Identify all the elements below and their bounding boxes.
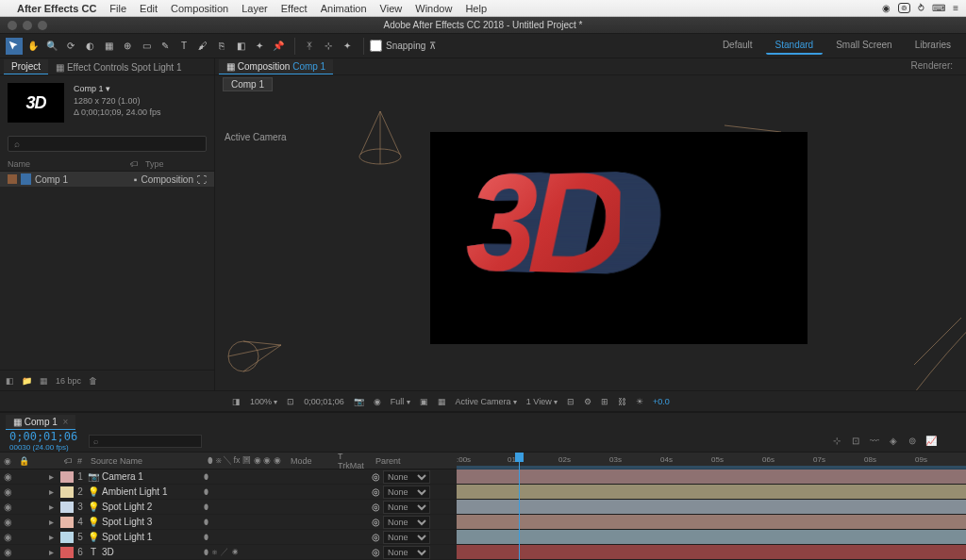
tab-composition[interactable]: ▦ Composition Comp 1	[219, 59, 333, 74]
reset-exposure-icon[interactable]: ☀	[636, 397, 643, 406]
parent-dropdown[interactable]: None	[383, 546, 430, 559]
exposure-value[interactable]: +0.0	[653, 397, 670, 406]
layer-name[interactable]: Ambient Light 1	[100, 486, 204, 497]
tab-effect-controls[interactable]: ▦ Effect Controls Spot Light 1	[48, 60, 189, 74]
roi-icon[interactable]: ▣	[420, 397, 428, 406]
parent-pickwhip-icon[interactable]: ◎	[372, 517, 380, 527]
trash-icon[interactable]: 🗑	[89, 376, 97, 386]
current-time[interactable]: 0;00;01;06	[9, 430, 77, 443]
layer-row[interactable]: ◉▸4💡Spot Light 3⬮◎None	[0, 515, 457, 530]
parent-dropdown[interactable]: None	[383, 486, 430, 499]
menu-help[interactable]: Help	[465, 3, 487, 14]
views-dropdown[interactable]: 1 View	[526, 397, 558, 406]
camera-tool[interactable]: ▦	[100, 38, 117, 55]
parent-pickwhip-icon[interactable]: ◎	[372, 547, 380, 557]
col-name[interactable]: Name	[8, 159, 130, 169]
timeline-track-area[interactable]: :00s01s02s03s04s05s06s07s08s09s10s — ▲	[457, 453, 966, 560]
menu-view[interactable]: View	[380, 3, 403, 14]
twirl-icon[interactable]: ▸	[49, 486, 60, 497]
shy-icon[interactable]: 〰	[868, 435, 881, 448]
res-icon[interactable]: ⊡	[287, 397, 294, 406]
twirl-icon[interactable]: ▸	[49, 517, 60, 527]
renderer-label[interactable]: Renderer:	[911, 60, 953, 71]
menu-layer[interactable]: Layer	[242, 3, 268, 14]
orbit-tool[interactable]: ⟳	[62, 38, 79, 55]
spotlight-wireframe-2[interactable]	[226, 338, 283, 377]
layer-name[interactable]: 3D	[100, 547, 204, 557]
time-display[interactable]: 0;00;01;06	[304, 397, 344, 406]
brush-tool[interactable]: 🖌	[194, 38, 211, 55]
layer-name[interactable]: Camera 1	[100, 471, 204, 482]
workspace-default[interactable]: Default	[713, 37, 762, 55]
type-tool[interactable]: T	[175, 38, 192, 55]
project-item[interactable]: Comp 1 ▪ Composition ⛶	[0, 172, 214, 187]
workspace-standard[interactable]: Standard	[766, 37, 824, 55]
keyboard-icon[interactable]: ⌨	[932, 3, 945, 13]
comp-breadcrumb[interactable]: Comp 1	[223, 77, 273, 91]
pen-tool[interactable]: ✎	[157, 38, 174, 55]
tab-project[interactable]: Project	[4, 59, 48, 74]
parent-pickwhip-icon[interactable]: ◎	[372, 471, 380, 482]
axis-view-icon[interactable]: ✦	[339, 38, 356, 55]
menu-file[interactable]: File	[109, 3, 126, 14]
axis-world-icon[interactable]: ⊹	[320, 38, 337, 55]
parent-pickwhip-icon[interactable]: ◎	[372, 486, 380, 497]
menu-effect[interactable]: Effect	[281, 3, 308, 14]
parent-dropdown[interactable]: None	[383, 531, 430, 544]
camera-dropdown[interactable]: Active Camera	[456, 397, 517, 406]
layer-name[interactable]: Spot Light 2	[100, 502, 204, 512]
fast-previews-icon[interactable]: ⊟	[567, 397, 575, 406]
timeline-icon[interactable]: ⊞	[601, 397, 608, 406]
layer-row[interactable]: ◉▸3💡Spot Light 2⬮◎None	[0, 500, 457, 515]
time-ruler[interactable]: :00s01s02s03s04s05s06s07s08s09s10s	[457, 453, 966, 469]
app-name[interactable]: After Effects CC	[17, 3, 96, 14]
snapping-toggle[interactable]: Snapping ⊼	[370, 40, 436, 52]
parent-pickwhip-icon[interactable]: ◎	[372, 502, 380, 512]
record-icon[interactable]: ◉	[882, 3, 891, 13]
parent-dropdown[interactable]: None	[383, 501, 430, 514]
rect-tool[interactable]: ▭	[138, 38, 155, 55]
graph-editor-icon[interactable]: 📈	[924, 435, 938, 448]
traffic-lights[interactable]	[8, 21, 47, 30]
puppet-tool[interactable]: 📌	[270, 38, 287, 55]
layer-name[interactable]: Spot Light 3	[100, 517, 204, 527]
comp-mini-flowchart-icon[interactable]: ⊹	[830, 435, 843, 448]
twirl-icon[interactable]: ▸	[49, 547, 60, 557]
pan-behind-tool[interactable]: ⊕	[119, 38, 136, 55]
col-type[interactable]: Type	[145, 159, 164, 169]
visibility-toggle[interactable]: ◉	[0, 517, 15, 527]
playhead[interactable]	[519, 453, 520, 560]
cc-icon[interactable]: ⊚	[898, 3, 910, 13]
menu-animation[interactable]: Animation	[321, 3, 367, 14]
workspace-small[interactable]: Small Screen	[826, 37, 901, 55]
frame-blend-icon[interactable]: ◈	[887, 435, 900, 448]
twirl-icon[interactable]: ▸	[49, 471, 60, 482]
new-folder-icon[interactable]: 📁	[22, 376, 32, 386]
composition-viewer[interactable]: Active Camera 3D 3D	[215, 92, 966, 390]
layer-row[interactable]: ◉▸6T3D⬮ ※ ╱ ◉◎None	[0, 545, 457, 560]
timeline-search[interactable]	[89, 435, 202, 448]
visibility-toggle[interactable]: ◉	[0, 471, 15, 482]
spotlight-wireframe-1[interactable]	[357, 109, 404, 168]
resolution-dropdown[interactable]: Full	[391, 397, 410, 406]
tab-timeline[interactable]: ▦ Comp 1 ×	[6, 415, 75, 430]
visibility-toggle[interactable]: ◉	[0, 502, 15, 512]
layer-row[interactable]: ◉▸5💡Spot Light 1⬮◎None	[0, 530, 457, 545]
spotlight-wireframe-3[interactable]	[909, 313, 966, 390]
parent-dropdown[interactable]: None	[383, 470, 430, 484]
draft-3d-icon[interactable]: ⊡	[849, 435, 862, 448]
parent-pickwhip-icon[interactable]: ◎	[372, 532, 380, 542]
menu-window[interactable]: Window	[415, 3, 452, 14]
interpret-icon[interactable]: ◧	[6, 376, 14, 386]
menu-composition[interactable]: Composition	[171, 3, 228, 14]
selection-tool[interactable]	[6, 38, 23, 55]
clone-tool[interactable]: ⎘	[213, 38, 230, 55]
spotlight-icon[interactable]: ⥁	[918, 3, 924, 13]
workspace-libraries[interactable]: Libraries	[906, 37, 960, 55]
snapshot-icon[interactable]: 📷	[354, 397, 364, 406]
axis-local-icon[interactable]: ᛡ	[301, 38, 318, 55]
project-search[interactable]	[8, 136, 207, 152]
flowchart-icon[interactable]: ⛓	[618, 397, 626, 406]
visibility-toggle[interactable]: ◉	[0, 532, 15, 542]
menu-edit[interactable]: Edit	[140, 3, 158, 14]
